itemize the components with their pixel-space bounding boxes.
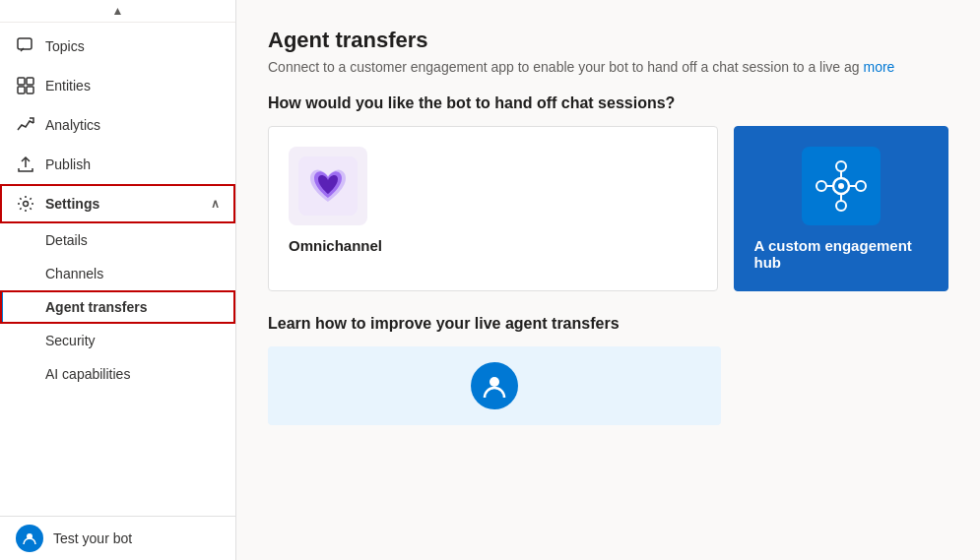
sidebar-item-settings[interactable]: Settings ∧ xyxy=(0,184,235,223)
sidebar-subitem-agent-transfers[interactable]: Agent transfers xyxy=(0,290,235,324)
svg-point-12 xyxy=(836,161,846,171)
sidebar-item-publish[interactable]: Publish xyxy=(0,145,235,184)
main-content: Agent transfers Connect to a customer en… xyxy=(236,0,980,560)
sidebar: ▲ Topics Entities xyxy=(0,0,236,560)
sidebar-item-publish-label: Publish xyxy=(45,156,91,172)
engagement-cards-row: Omnichannel xyxy=(268,126,948,291)
svg-rect-3 xyxy=(18,87,25,93)
svg-point-9 xyxy=(838,183,844,189)
sidebar-nav: Topics Entities Analytics xyxy=(0,23,235,516)
grid-icon xyxy=(16,76,35,95)
svg-rect-0 xyxy=(18,38,32,49)
omnichannel-card-label: Omnichannel xyxy=(289,237,382,254)
svg-point-5 xyxy=(24,202,29,207)
svg-rect-4 xyxy=(27,87,33,93)
learn-card[interactable] xyxy=(268,346,721,425)
custom-hub-card-label: A custom engagement hub xyxy=(754,237,929,271)
sidebar-subitem-details-label: Details xyxy=(45,232,88,248)
sidebar-item-entities[interactable]: Entities xyxy=(0,66,235,105)
test-your-bot-label: Test your bot xyxy=(53,530,132,546)
svg-rect-1 xyxy=(18,78,25,85)
sidebar-subitem-details[interactable]: Details xyxy=(0,223,235,257)
page-desc-text: Connect to a customer engagement app to … xyxy=(268,59,860,75)
sidebar-item-analytics-label: Analytics xyxy=(45,117,100,133)
settings-icon xyxy=(16,194,35,214)
section2-title: Learn how to improve your live agent tra… xyxy=(268,315,948,333)
sidebar-subitem-channels-label: Channels xyxy=(45,266,103,281)
sidebar-subitem-ai-capabilities[interactable]: AI capabilities xyxy=(0,357,235,391)
page-description: Connect to a customer engagement app to … xyxy=(268,59,948,75)
sidebar-item-entities-label: Entities xyxy=(45,78,91,93)
sidebar-subitem-ai-capabilities-label: AI capabilities xyxy=(45,366,130,382)
svg-point-13 xyxy=(836,201,846,211)
learn-card-avatar-icon xyxy=(471,362,518,409)
bot-avatar-icon xyxy=(16,525,43,552)
svg-point-11 xyxy=(856,181,866,191)
page-title: Agent transfers xyxy=(268,28,948,53)
sidebar-item-settings-label: Settings xyxy=(45,196,99,212)
sidebar-item-topics-label: Topics xyxy=(45,38,85,54)
publish-icon xyxy=(16,155,35,174)
custom-hub-card[interactable]: A custom engagement hub xyxy=(734,126,949,291)
section1-title: How would you like the bot to hand off c… xyxy=(268,94,948,112)
chevron-up-icon: ∧ xyxy=(211,197,220,211)
sidebar-item-analytics[interactable]: Analytics xyxy=(0,105,235,145)
sidebar-subitem-security[interactable]: Security xyxy=(0,324,235,357)
test-your-bot-button[interactable]: Test your bot xyxy=(0,516,235,560)
sidebar-subitem-agent-transfers-label: Agent transfers xyxy=(45,299,147,315)
svg-point-18 xyxy=(490,377,499,387)
sidebar-subitem-security-label: Security xyxy=(45,333,96,348)
analytics-icon xyxy=(16,115,35,135)
speech-bubble-icon xyxy=(16,36,35,56)
sidebar-subitem-channels[interactable]: Channels xyxy=(0,257,235,290)
page-desc-more-link[interactable]: more xyxy=(863,59,894,75)
omnichannel-logo xyxy=(289,147,367,225)
scroll-up-indicator: ▲ xyxy=(0,0,235,23)
custom-hub-logo xyxy=(802,147,881,225)
sidebar-item-topics[interactable]: Topics xyxy=(0,27,235,66)
svg-point-10 xyxy=(817,181,826,191)
svg-rect-2 xyxy=(27,78,33,85)
omnichannel-card[interactable]: Omnichannel xyxy=(268,126,718,291)
